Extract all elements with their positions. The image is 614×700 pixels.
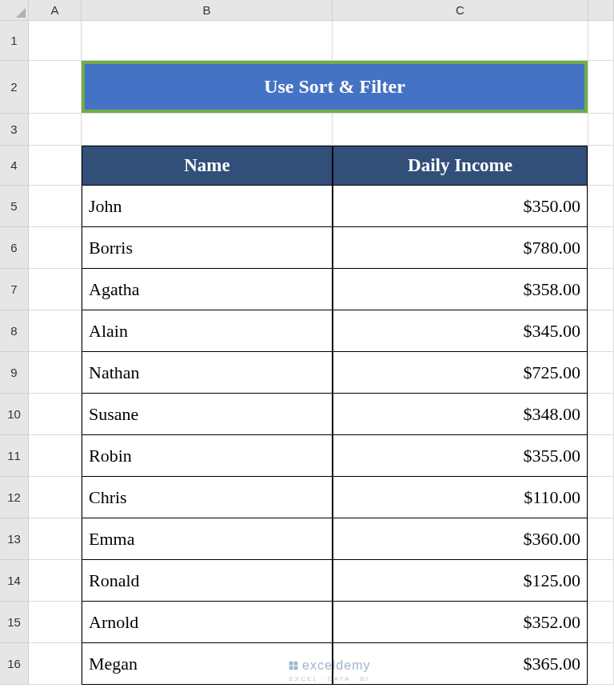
row-header-9[interactable]: 9 — [0, 352, 29, 394]
cell-income[interactable]: $125.00 — [333, 560, 588, 602]
row-header-14[interactable]: 14 — [0, 560, 29, 602]
table-header-name[interactable]: Name — [82, 146, 333, 186]
cell-income[interactable]: $725.00 — [333, 352, 588, 394]
row-header-10[interactable]: 10 — [0, 394, 29, 435]
cell-income[interactable]: $350.00 — [333, 186, 588, 227]
cell-name[interactable]: Chris — [82, 477, 333, 518]
row-header-12[interactable]: 12 — [0, 477, 29, 518]
cell-name[interactable]: Robin — [82, 435, 333, 477]
row-header-5[interactable]: 5 — [0, 186, 29, 227]
row-headers: 12345678910111213141516 — [0, 21, 29, 685]
row-header-6[interactable]: 6 — [0, 227, 29, 269]
spreadsheet-grid: A B C 12345678910111213141516 Use Sort &… — [0, 0, 614, 700]
row-header-8[interactable]: 8 — [0, 310, 29, 352]
cell-name[interactable]: Susane — [82, 394, 333, 435]
row-header-16[interactable]: 16 — [0, 643, 29, 685]
cell-name[interactable]: Ronald — [82, 560, 333, 602]
row-header-2[interactable]: 2 — [0, 61, 29, 114]
cell-income[interactable]: $352.00 — [333, 602, 588, 643]
cell-name[interactable]: Arnold — [82, 602, 333, 643]
cell-income[interactable]: $348.00 — [333, 394, 588, 435]
watermark-text: exceldemy — [302, 658, 370, 673]
cell-name[interactable]: Emma — [82, 518, 333, 560]
row-header-11[interactable]: 11 — [0, 435, 29, 477]
sheet-cells: Use Sort & FilterNameDaily IncomeJohn$35… — [29, 21, 614, 700]
watermark-subtext: EXCEL · DATA · BI — [289, 675, 369, 682]
row-header-3[interactable]: 3 — [0, 114, 29, 146]
row-header-4[interactable]: 4 — [0, 146, 29, 186]
row-header-1[interactable]: 1 — [0, 21, 29, 61]
select-all-corner[interactable] — [0, 0, 29, 21]
watermark-icon — [288, 660, 299, 671]
table-header-income[interactable]: Daily Income — [333, 146, 588, 186]
col-header-B[interactable]: B — [82, 0, 333, 21]
col-header-C[interactable]: C — [333, 0, 588, 21]
col-header-next[interactable] — [588, 0, 614, 21]
cell-income[interactable]: $780.00 — [333, 227, 588, 269]
cell-income[interactable]: $365.00 — [333, 643, 588, 685]
cell-income[interactable]: $358.00 — [333, 269, 588, 310]
cell-name[interactable]: Alain — [82, 310, 333, 352]
cell-income[interactable]: $345.00 — [333, 310, 588, 352]
title-bar: Use Sort & Filter — [82, 61, 588, 113]
cell-name[interactable]: Nathan — [82, 352, 333, 394]
col-header-A[interactable]: A — [29, 0, 82, 21]
cell-income[interactable]: $360.00 — [333, 518, 588, 560]
row-header-7[interactable]: 7 — [0, 269, 29, 310]
cell-name[interactable]: John — [82, 186, 333, 227]
watermark: exceldemy EXCEL · DATA · BI — [288, 658, 370, 682]
cell-name[interactable]: Borris — [82, 227, 333, 269]
row-header-15[interactable]: 15 — [0, 602, 29, 643]
cell-income[interactable]: $110.00 — [333, 477, 588, 518]
column-headers: A B C — [29, 0, 614, 21]
row-header-13[interactable]: 13 — [0, 518, 29, 560]
cell-name[interactable]: Agatha — [82, 269, 333, 310]
cell-income[interactable]: $355.00 — [333, 435, 588, 477]
